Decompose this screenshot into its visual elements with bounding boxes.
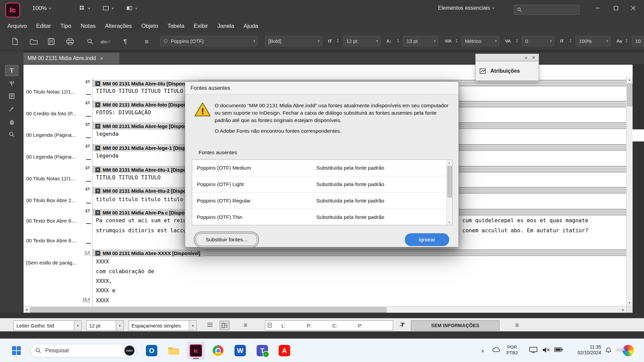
dialog-title-bar[interactable]: Fontes ausentes — [185, 82, 459, 95]
menu-tabela[interactable]: Tabela — [163, 20, 189, 32]
substitute-fonts-button[interactable]: Substituir fontes... — [196, 233, 257, 246]
new-document-icon[interactable] — [11, 37, 19, 46]
close-tab-icon[interactable]: ✕ — [100, 56, 104, 61]
zoom-level-control[interactable]: 100% ▾ — [32, 5, 51, 12]
maximize-button[interactable] — [608, 0, 624, 16]
menu-ajuda[interactable]: Ajuda — [239, 20, 263, 32]
language-indicator[interactable]: POR PTB2 — [506, 344, 518, 356]
taskbar-chrome[interactable] — [209, 342, 227, 360]
galley-line[interactable]: XXXX — [96, 297, 109, 304]
vertical-scrollbar[interactable]: ▲ ▼ — [626, 77, 633, 306]
search-highlight-icon[interactable]: mém — [124, 346, 135, 356]
collapse-story-icon[interactable]: ▼ — [95, 124, 100, 129]
horizontal-scrollbar[interactable]: ◀ ▶ — [23, 306, 626, 313]
status-menu-icon[interactable]: ≡ — [241, 321, 250, 329]
vertical-scale-stepper[interactable]: ▴▾ — [570, 38, 571, 43]
taskbar-teams[interactable]: T ✓ — [253, 342, 271, 360]
galley-line[interactable]: TITULO TITULO TITULO — [96, 174, 161, 181]
menu-janela[interactable]: Janela — [213, 20, 239, 32]
note-tool[interactable] — [5, 90, 18, 102]
galley-line[interactable]: XXXX — [96, 258, 109, 265]
ignore-button[interactable]: Ignorar — [405, 233, 449, 246]
galley-line[interactable]: legenda — [96, 153, 118, 159]
galley-line[interactable]: XXXX, — [96, 278, 112, 284]
list-scroll-thumb[interactable] — [447, 166, 452, 197]
start-button[interactable] — [7, 342, 25, 360]
galley-line[interactable]: legenda — [96, 131, 118, 137]
spellcheck-icon[interactable]: abc✓ — [101, 37, 110, 46]
status-font-select[interactable]: Letter Gothic Std ▾ — [13, 320, 82, 330]
galley-line[interactable]: FOTOS: DIVULGAÇÃO — [96, 109, 151, 116]
minimize-button[interactable] — [590, 0, 606, 16]
scroll-down-icon[interactable]: ▾ — [447, 220, 452, 224]
taskbar-incopy-active[interactable]: Ic — [187, 342, 205, 360]
font-size-stepper[interactable]: ▴▾ — [337, 38, 338, 43]
collapse-story-icon[interactable]: ▼ — [95, 251, 100, 256]
type-tool[interactable]: T — [5, 65, 18, 76]
menu-tipo[interactable]: Tipo — [56, 20, 76, 32]
status-spacing-select[interactable]: Espaçamento simples ▾ — [128, 320, 197, 330]
taskbar-outlook[interactable]: O — [143, 342, 161, 360]
vertical-scroll-thumb[interactable] — [627, 83, 633, 106]
galley-line[interactable]: XXXX e — [96, 287, 115, 294]
volume-muted-icon[interactable] — [542, 347, 550, 353]
leading-select[interactable]: 13 pt ▾ — [403, 36, 438, 46]
tracking-select[interactable]: 0 ▾ — [522, 36, 554, 46]
font-size-select[interactable]: 12 pt ▾ — [343, 36, 380, 46]
workspace-switcher[interactable]: Elementos essenciais ▾ — [438, 5, 494, 11]
scroll-up-icon[interactable]: ▴ — [447, 161, 452, 165]
panel-menu-icon[interactable]: ≡ — [142, 37, 151, 46]
screen-mode-button[interactable]: ▾ — [103, 5, 114, 12]
menu-exibir[interactable]: Exibir — [189, 20, 213, 32]
view-options-button[interactable]: ▾ — [79, 5, 90, 12]
tray-show-hidden-icon[interactable]: ∧ — [479, 347, 486, 354]
font-family-select[interactable]: Poppins (OTF) ▾ — [160, 36, 258, 46]
baseline-shift-field[interactable]: 10 — [632, 36, 644, 46]
cast-screen-icon[interactable] — [529, 347, 537, 353]
font-list-scrollbar[interactable]: ▴ ▾ — [446, 160, 452, 225]
galley-line[interactable]: com colaboração de — [96, 268, 154, 275]
galley-line[interactable]: conem accullut abo. Em autatur itatiur? — [462, 227, 588, 234]
scroll-right-icon[interactable]: ▶ — [621, 306, 626, 313]
horizontal-scroll-thumb[interactable] — [30, 307, 386, 313]
collapse-story-icon[interactable]: ▼ — [95, 167, 100, 172]
collapse-story-icon[interactable]: ▼ — [95, 81, 100, 86]
tracking-stepper[interactable]: ▴▾ — [516, 38, 518, 43]
assignments-panel[interactable]: Atribuições — [475, 61, 539, 81]
save-icon[interactable] — [47, 37, 56, 46]
document-tab[interactable]: MM 00 2131 Midia Abre.indd ✕ — [23, 53, 119, 64]
leading-stepper[interactable]: ▴▾ — [397, 38, 399, 43]
baseline-shift-stepper[interactable]: ▴▾ — [626, 38, 627, 43]
kerning-stepper[interactable]: ▴▾ — [456, 38, 457, 43]
menu-objeto[interactable]: Objeto — [137, 20, 163, 32]
find-icon[interactable] — [86, 37, 95, 46]
battery-icon[interactable] — [554, 347, 563, 352]
menu-alteracoes[interactable]: Alterações — [100, 20, 137, 32]
clock[interactable]: 11:35 02/10/2024 — [570, 344, 601, 356]
app-search-input[interactable] — [514, 5, 580, 15]
taskbar-word[interactable]: W — [231, 342, 249, 360]
collapse-story-icon[interactable]: ▼ — [95, 102, 100, 107]
status-size-select[interactable]: 12 pt ▾ — [86, 320, 124, 330]
open-folder-icon[interactable] — [30, 37, 38, 46]
font-style-select[interactable]: [Bold] ▾ — [265, 36, 322, 46]
scroll-down-icon[interactable]: ▼ — [627, 301, 633, 305]
close-panel-icon[interactable]: ✕ — [532, 55, 535, 60]
show-hidden-characters-icon[interactable]: ¶ — [121, 37, 129, 46]
status-right-menu-icon[interactable]: ≡ — [513, 321, 522, 329]
notifications-bell-icon[interactable] — [605, 347, 612, 353]
close-window-button[interactable] — [625, 0, 641, 16]
menu-editar[interactable]: Editar — [32, 20, 56, 32]
collapse-story-icon[interactable]: ▼ — [95, 145, 100, 150]
single-spacing-icon[interactable] — [205, 321, 214, 329]
scroll-up-icon[interactable]: ▲ — [627, 77, 633, 82]
zoom-tool[interactable] — [5, 129, 18, 140]
collapse-story-icon[interactable]: ▼ — [95, 210, 100, 215]
print-icon[interactable] — [66, 37, 74, 46]
taskbar-file-explorer[interactable] — [165, 342, 183, 360]
hand-tool[interactable] — [5, 116, 18, 127]
vertical-scale-select[interactable]: 100% ▾ — [576, 36, 610, 46]
taskbar-search[interactable]: Pesquisar mém — [30, 344, 137, 357]
collapse-story-icon[interactable]: ▼ — [95, 188, 100, 193]
note-anchor-tool[interactable] — [5, 78, 18, 89]
